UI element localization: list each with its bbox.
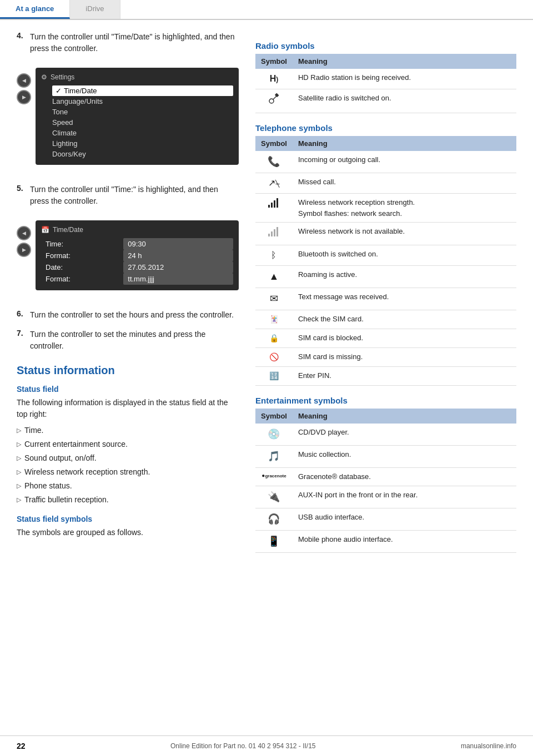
status-item-entertainment: Current entertainment source. [17, 437, 239, 451]
tel-meaning-call: Incoming or outgoing call. [293, 151, 516, 173]
step-6: 6. Turn the controller to set the hours … [17, 309, 239, 321]
ent-meaning-gracenote: Gracenote® database. [293, 468, 516, 486]
radio-symbols-table: Symbol Meaning H) HD Radio station is be… [255, 54, 516, 113]
timedate-row-time: Time: 09:30 [41, 238, 233, 250]
tel-symbol-missed: ↗╲ [255, 173, 293, 194]
menu-item-climate: Climate [52, 128, 233, 138]
ent-symbol-cd: 💿 [255, 424, 293, 446]
tel-symbol-call: 📞 [255, 151, 293, 173]
timedate-row-format2: Format: tt.mm.jjjj [41, 273, 233, 285]
tel-col-symbol: Symbol [255, 136, 293, 151]
timedate-value-format2: tt.mm.jjjj [123, 273, 233, 285]
tel-meaning-sim-blocked: SIM card is blocked. [293, 329, 516, 348]
svg-rect-6 [276, 198, 278, 208]
telephone-symbols-heading: Telephone symbols [255, 123, 516, 133]
timedate-label-format1: Format: [41, 250, 123, 261]
svg-point-0 [269, 99, 274, 103]
tel-meaning-no-signal: Wireless network is not available. [293, 223, 516, 245]
svg-rect-3 [268, 205, 270, 208]
footer-site: manualsonline.info [461, 742, 516, 750]
radio-symbol-hd: H) [255, 69, 293, 89]
timedate-label-format2: Format: [41, 273, 123, 285]
controller-left-2: ◀ ▶ [17, 226, 31, 257]
radio-row-satellite: Satellite radio is switched on. [255, 89, 516, 113]
svg-rect-10 [276, 227, 278, 236]
ent-meaning-aux: AUX-IN port in the front or in the rear. [293, 486, 516, 508]
no-signal-icon [268, 226, 280, 237]
status-item-phone: Phone status. [17, 479, 239, 493]
svg-rect-7 [268, 234, 270, 236]
status-field-desc: The following information is displayed i… [17, 397, 239, 420]
radio-symbol-satellite [255, 89, 293, 113]
ent-meaning-cd: CD/DVD player. [293, 424, 516, 446]
step-7: 7. Turn the controller to set the minute… [17, 329, 239, 352]
step-6-num: 6. [17, 309, 26, 321]
telephone-symbols-table: Symbol Meaning 📞 Incoming or outgoing ca… [255, 136, 516, 386]
ent-meaning-music: Music collection. [293, 446, 516, 468]
top-nav: At a glance iDrive [0, 0, 533, 20]
tel-symbol-sim-missing: 🚫 [255, 348, 293, 367]
ent-symbol-gracenote: ●gracenote [255, 468, 293, 486]
tel-symbol-bluetooth: ᛒ [255, 245, 293, 266]
timedate-screen-title: 📅 Time/Date [41, 226, 233, 234]
timedate-row-date: Date: 27.05.2012 [41, 261, 233, 273]
tel-meaning-roaming: Roaming is active. [293, 266, 516, 288]
svg-rect-9 [274, 229, 275, 236]
radio-meaning-hd: HD Radio station is being received. [293, 69, 516, 89]
tel-meaning-sim-missing: SIM card is missing. [293, 348, 516, 367]
tel-row-no-signal: Wireless network is not available. [255, 223, 516, 245]
status-item-time: Time. [17, 424, 239, 437]
timedate-table: Time: 09:30 Format: 24 h Date: 27.05.201… [41, 238, 233, 285]
page-number: 22 [17, 742, 26, 750]
timedate-screen-wrapper: ◀ ▶ 📅 Time/Date Time: 09:30 [17, 215, 239, 300]
status-item-traffic: Traffic bulletin reception. [17, 493, 239, 507]
ent-meaning-mobile: Mobile phone audio interface. [293, 530, 516, 552]
ent-row-cd: 💿 CD/DVD player. [255, 424, 516, 446]
timedate-value-time: 09:30 [123, 238, 233, 250]
gear-icon: ⚙ [41, 73, 47, 81]
timedate-label-date: Date: [41, 261, 123, 273]
ent-symbol-mobile: 📱 [255, 530, 293, 552]
step-6-text: Turn the controller to set the hours and… [30, 309, 234, 321]
tab-idrive[interactable]: iDrive [70, 0, 120, 19]
right-column: Radio symbols Symbol Meaning H) HD Radio… [255, 31, 516, 563]
tab-at-a-glance[interactable]: At a glance [0, 0, 70, 19]
svg-rect-4 [271, 203, 273, 208]
menu-item-speed: Speed [52, 117, 233, 128]
ent-symbol-music: 🎵 [255, 446, 293, 468]
status-item-wireless: Wireless network reception strength. [17, 465, 239, 479]
tel-symbol-sim-blocked: 🔒 [255, 329, 293, 348]
tel-meaning-pin: Enter PIN. [293, 367, 516, 386]
settings-screen: ⚙ Settings ✓ Time/Date Language/Units To… [36, 68, 239, 165]
status-field-symbols-desc: The symbols are grouped as follows. [17, 527, 239, 538]
step-4-num: 4. [17, 31, 26, 54]
status-information-heading: Status information [17, 364, 239, 377]
ent-meaning-usb: USB audio interface. [293, 508, 516, 530]
calendar-icon: 📅 [41, 226, 49, 234]
tel-meaning-bluetooth: Bluetooth is switched on. [293, 245, 516, 266]
status-field-symbols-heading: Status field symbols [17, 515, 239, 523]
status-field-heading: Status field [17, 385, 239, 394]
radio-symbols-heading: Radio symbols [255, 41, 516, 51]
ctrl-left-icon: ◀ [17, 73, 31, 88]
ent-row-usb: 🎧 USB audio interface. [255, 508, 516, 530]
checkmark-icon: ✓ [56, 87, 62, 95]
tel-row-roaming: ▲ Roaming is active. [255, 266, 516, 288]
satellite-icon [268, 93, 280, 105]
ent-row-mobile: 📱 Mobile phone audio interface. [255, 530, 516, 552]
tel-meaning-sms: Text message was received. [293, 288, 516, 310]
tel-symbol-sms: ✉ [255, 288, 293, 310]
tel-meaning-missed: Missed call. [293, 173, 516, 194]
timedate-label-time: Time: [41, 238, 123, 250]
ent-symbol-usb: 🎧 [255, 508, 293, 530]
ent-col-meaning: Meaning [293, 409, 516, 424]
step-4-text: Turn the controller until "Time/Date" is… [30, 31, 239, 54]
status-item-sound: Sound output, on/off. [17, 451, 239, 465]
tel-row-check-sim: 🃏 Check the SIM card. [255, 310, 516, 329]
left-column: 4. Turn the controller until "Time/Date"… [17, 31, 239, 563]
radio-col-meaning: Meaning [293, 54, 516, 69]
menu-item-lighting: Lighting [52, 138, 233, 149]
step-5-text: Turn the controller until "Time:" is hig… [30, 184, 239, 207]
entertainment-symbols-table: Symbol Meaning 💿 CD/DVD player. 🎵 Music … [255, 409, 516, 553]
ent-row-gracenote: ●gracenote Gracenote® database. [255, 468, 516, 486]
